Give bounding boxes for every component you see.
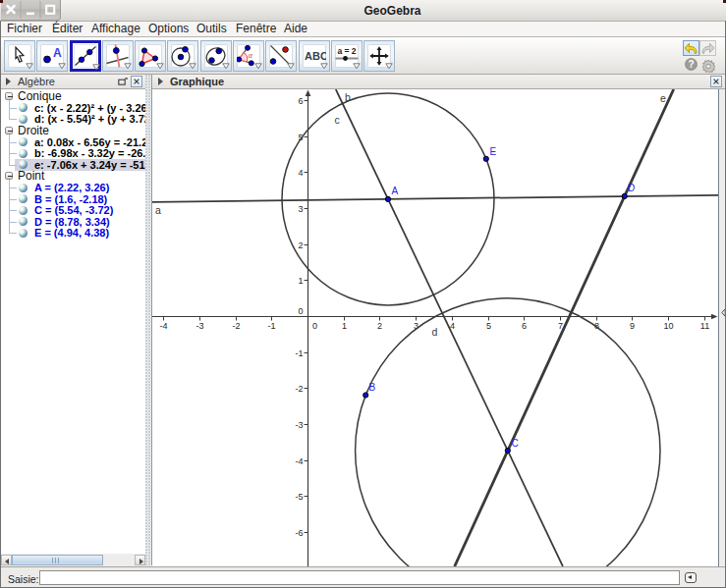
svg-text:?: ?	[688, 59, 694, 70]
svg-text:11: 11	[700, 321, 709, 331]
svg-text:10: 10	[663, 321, 673, 331]
svg-text:α: α	[249, 51, 253, 60]
svg-text:-4: -4	[159, 321, 167, 331]
svg-text:-1: -1	[267, 321, 275, 331]
svg-text:a = 2: a = 2	[337, 46, 356, 56]
svg-text:C: C	[512, 438, 519, 449]
svg-text:b: b	[345, 91, 351, 103]
svg-text:1: 1	[342, 321, 347, 331]
svg-text:6: 6	[522, 321, 527, 331]
svg-text:9: 9	[630, 321, 635, 331]
svg-text:-6: -6	[295, 528, 303, 538]
svg-text:E: E	[490, 146, 497, 157]
svg-text:2: 2	[298, 241, 303, 250]
svg-text:ABC: ABC	[305, 50, 326, 62]
svg-text:a: a	[155, 204, 161, 216]
svg-text:-1: -1	[295, 348, 303, 358]
svg-text:D: D	[628, 183, 635, 193]
svg-text:B: B	[369, 382, 376, 393]
svg-text:A: A	[53, 46, 62, 60]
svg-text:1: 1	[298, 276, 303, 286]
svg-text:6: 6	[298, 96, 303, 106]
svg-text:-3: -3	[295, 420, 303, 430]
svg-text:0: 0	[312, 321, 317, 331]
svg-text:A: A	[392, 186, 399, 196]
svg-text:-2: -2	[232, 321, 240, 331]
svg-text:d: d	[432, 326, 438, 338]
svg-text:-3: -3	[195, 321, 203, 331]
svg-text:e: e	[660, 92, 666, 104]
svg-text:c: c	[335, 114, 340, 126]
svg-text:-2: -2	[295, 384, 303, 394]
svg-text:0: 0	[298, 306, 303, 316]
svg-text:-5: -5	[295, 492, 303, 502]
svg-text:-4: -4	[295, 456, 303, 466]
svg-text:4: 4	[298, 168, 303, 178]
svg-text:3: 3	[298, 204, 303, 214]
svg-text:2: 2	[377, 321, 382, 331]
svg-text:5: 5	[486, 321, 491, 331]
